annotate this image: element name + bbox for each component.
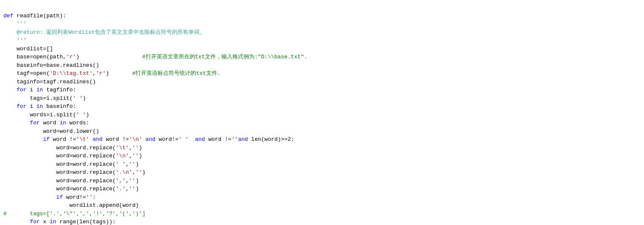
line-14: for word in words: [3, 120, 89, 126]
line-10: for i in tagfinfo: [3, 87, 76, 93]
line-12: for i in baseinfo: [3, 103, 76, 110]
line-2: ''' [3, 21, 27, 27]
line-25: # tags=['.','\"',',','!','?','(',')'] [3, 211, 145, 217]
line-15: word=word.lower() [3, 128, 99, 134]
line-19: word=word.replace(' ','') [3, 161, 139, 167]
code-editor: def readfile(path): ''' @return: 返回列表Wor… [0, 3, 644, 225]
line-18: word=word.replace('\n','') [3, 153, 142, 159]
line-8: tagf=open('D:\\tag.txt','r') #打开英语标点符号统计… [3, 70, 220, 77]
line-6: base=open(path,'r') #打开英语文章所在的txt文件，输入格式… [3, 54, 307, 60]
line-4: ''' [3, 37, 27, 44]
line-22: word=word.replace('.','') [3, 186, 139, 192]
line-1: def readfile(path): [3, 13, 66, 19]
line-9: taginfo=tagf.readlines() [3, 79, 96, 85]
line-16: if word !='\t' and word !='\n' and word!… [3, 136, 294, 143]
line-20: word=word.replace('.\n','') [3, 169, 146, 176]
line-11: tags=i.split(' ') [3, 95, 86, 102]
line-5: wordlist=[] [3, 46, 53, 52]
line-17: word=word.replace('\t','') [3, 145, 142, 151]
line-26: for x in range(len(tags)): [3, 219, 116, 225]
line-7: baseinfo=base.readlines() [3, 62, 99, 69]
line-13: words=i.split(' ') [3, 112, 89, 118]
line-21: word=word.replace(',','') [3, 178, 139, 184]
line-23: if word!='': [3, 194, 96, 200]
line-3: @return: 返回列表Wordlist包含了英文文章中去除标点符号的所有单词… [3, 29, 205, 36]
line-24: wordlist.append(word) [3, 202, 139, 209]
